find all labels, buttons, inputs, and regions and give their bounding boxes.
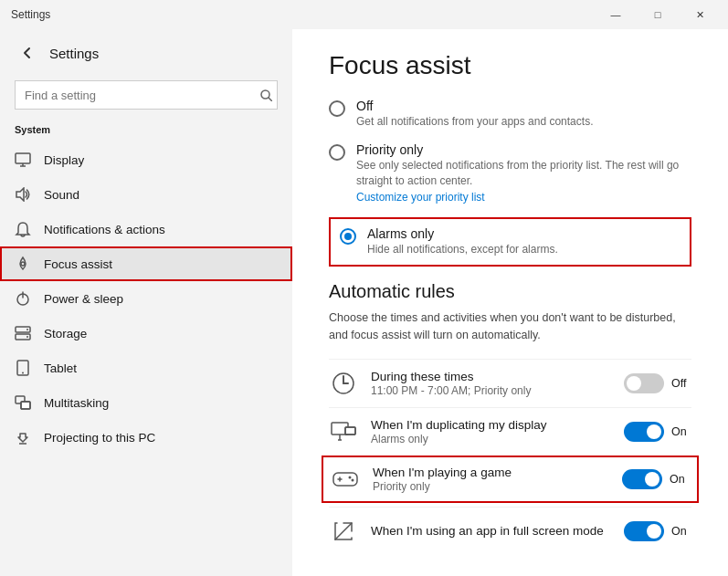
app-container: Settings System Display [0,29,728,576]
rule-name-duplicating: When I'm duplicating my display [371,418,611,432]
back-icon [21,47,34,59]
radio-priority-circle [329,144,345,161]
toggle-during-times[interactable] [624,373,664,393]
focus-icon [15,256,31,272]
sidebar-item-projecting[interactable]: Projecting to this PC [0,420,292,455]
storage-icon [15,325,31,341]
svg-rect-16 [21,402,30,409]
back-button[interactable] [15,40,40,66]
rule-row-fullscreen: When I'm using an app in full screen mod… [329,507,691,555]
sidebar-item-focus-assist[interactable]: Focus assist [0,246,292,281]
toggle-area-during-times: Off [624,373,691,393]
close-button[interactable]: ✕ [679,0,721,29]
priority-list-link[interactable]: Customize your priority list [356,191,485,204]
radio-off-text: Off Get all notifications from your apps… [356,99,593,130]
search-icon-button[interactable] [260,89,272,101]
toggle-knob-fullscreen [647,524,661,539]
toggle-label-during-times: Off [671,377,691,390]
svg-point-6 [21,262,25,266]
rule-sub-during-times: 11:00 PM - 7:00 AM; Priority only [371,384,611,397]
sidebar-section-title: System [0,120,292,142]
sidebar-label-storage: Storage [44,327,87,340]
toggle-area-fullscreen: On [624,521,691,541]
projecting-icon [15,429,31,445]
radio-alarms-text: Alarms only Hide all notifications, exce… [367,226,558,257]
toggle-area-game: On [622,469,690,489]
toggle-area-duplicating: On [624,422,691,442]
rule-row-duplicating: When I'm duplicating my display Alarms o… [329,407,691,456]
sidebar-item-notifications[interactable]: Notifications & actions [0,212,292,246]
toggle-knob-during-times [627,376,641,391]
rule-name-game: When I'm playing a game [373,466,609,479]
toggle-fullscreen[interactable] [624,521,664,541]
gamepad-icon [331,465,360,494]
svg-point-12 [26,336,28,338]
minimize-button[interactable]: — [595,0,637,29]
rule-name-during-times: During these times [371,370,611,383]
radio-alarms-label: Alarms only [367,226,558,241]
sidebar-app-title: Settings [49,46,99,61]
radio-option-alarms-highlighted[interactable]: Alarms only Hide all notifications, exce… [329,217,691,267]
sidebar-label-power: Power & sleep [44,292,123,306]
fullscreen-icon [329,517,358,546]
toggle-label-fullscreen: On [671,525,691,538]
sidebar-item-display[interactable]: Display [0,142,292,177]
toggle-label-game: On [670,473,690,486]
search-input[interactable] [15,80,278,110]
radio-priority-text: Priority only See only selected notifica… [356,142,691,205]
display-icon [15,152,31,168]
clock-icon [329,369,358,398]
auto-rules-title: Automatic rules [329,281,691,302]
rule-text-during-times: During these times 11:00 PM - 7:00 AM; P… [371,370,611,397]
maximize-button[interactable]: □ [637,0,679,29]
rule-row-during-times: During these times 11:00 PM - 7:00 AM; P… [329,359,691,407]
radio-option-priority[interactable]: Priority only See only selected notifica… [329,142,691,205]
toggle-duplicating[interactable] [624,422,664,442]
radio-off-desc: Get all notifications from your apps and… [356,114,593,130]
main-content: Focus assist Off Get all notifications f… [292,29,728,576]
power-icon [15,290,31,307]
search-box [15,80,278,110]
toggle-knob-game [645,472,659,487]
notifications-icon [15,221,31,237]
toggle-knob-duplicating [647,424,661,439]
sidebar-item-multitasking[interactable]: Multitasking [0,385,292,420]
rule-text-fullscreen: When I'm using an app in full screen mod… [371,524,611,539]
sidebar-label-multitasking: Multitasking [44,396,109,410]
sidebar-label-display: Display [44,153,84,167]
radio-priority-label: Priority only [356,142,691,157]
sidebar-item-tablet[interactable]: Tablet [0,351,292,385]
page-title: Focus assist [329,51,691,80]
search-icon [260,89,272,101]
toggle-label-duplicating: On [671,425,691,438]
radio-off-circle [329,100,345,117]
toggle-game[interactable] [622,469,662,489]
tablet-icon [15,360,31,376]
radio-option-off[interactable]: Off Get all notifications from your apps… [329,99,691,130]
radio-priority-desc: See only selected notifications from the… [356,158,691,189]
svg-line-1 [269,98,272,101]
sidebar-item-storage[interactable]: Storage [0,316,292,351]
svg-point-11 [26,329,28,330]
titlebar-title: Settings [7,8,595,21]
sound-icon [15,186,31,203]
sidebar: Settings System Display [0,29,292,576]
svg-marker-5 [16,188,24,201]
radio-alarms-circle [340,228,356,245]
auto-rules-desc: Choose the times and activities when you… [329,309,691,344]
rule-row-game-highlighted: When I'm playing a game Priority only On [322,456,699,503]
sidebar-label-sound: Sound [44,188,79,202]
svg-point-30 [349,476,352,478]
svg-line-32 [335,523,352,539]
svg-rect-2 [16,153,30,163]
rule-text-game: When I'm playing a game Priority only [373,466,609,493]
sidebar-label-projecting: Projecting to this PC [44,431,155,445]
sidebar-item-power[interactable]: Power & sleep [0,281,292,316]
svg-point-31 [352,478,354,481]
sidebar-item-sound[interactable]: Sound [0,177,292,212]
svg-point-14 [22,372,24,374]
rule-name-fullscreen: When I'm using an app in full screen mod… [371,524,611,538]
radio-alarms-desc: Hide all notifications, except for alarm… [367,242,558,257]
monitor-icon [329,417,358,446]
svg-rect-25 [345,427,355,435]
